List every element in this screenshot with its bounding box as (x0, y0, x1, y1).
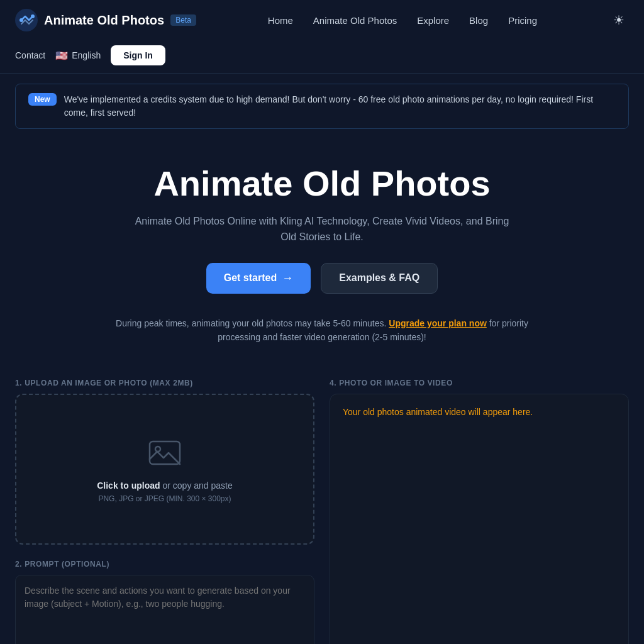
language-label: English (72, 50, 101, 60)
video-placeholder: Your old photos animated video will appe… (343, 407, 533, 417)
flag-icon: 🇺🇸 (55, 50, 68, 62)
hero-buttons: Get started → Examples & FAQ (15, 263, 629, 294)
nav-pricing[interactable]: Pricing (508, 15, 537, 26)
upload-click-text: Click to upload or copy and paste (97, 480, 233, 491)
logo-icon (15, 9, 38, 31)
upload-label: 1. UPLOAD AN IMAGE OR PHOTO (MAX 2MB) (15, 379, 314, 387)
prompt-textarea[interactable] (15, 575, 314, 644)
video-label: 4. PHOTO OR IMAGE TO VIDEO (330, 379, 629, 387)
peak-notice: During peak times, animating your old ph… (102, 316, 542, 345)
nav-blog[interactable]: Blog (469, 15, 488, 26)
nav-explore[interactable]: Explore (417, 15, 449, 26)
upload-hint: PNG, JPG or JPEG (MIN. 300 × 300px) (98, 494, 231, 503)
sign-in-button[interactable]: Sign In (111, 45, 165, 65)
beta-badge: Beta (170, 14, 196, 26)
hero-section: Animate Old Photos Animate Old Photos On… (0, 139, 644, 364)
app-title: Animate Old Photos (44, 13, 164, 28)
sun-icon: ☀ (613, 13, 625, 28)
get-started-button[interactable]: Get started → (206, 263, 311, 294)
announcement-banner: New We've implemented a credits system d… (15, 84, 629, 129)
click-to-upload-strong: Click to upload (97, 480, 160, 491)
language-selector[interactable]: 🇺🇸 English (55, 50, 101, 62)
hero-title: Animate Old Photos (15, 164, 629, 203)
svg-point-0 (15, 9, 38, 31)
svg-point-4 (155, 447, 160, 452)
logo-area: Animate Old Photos Beta (15, 9, 196, 31)
nav-animate[interactable]: Animate Old Photos (313, 15, 397, 26)
right-panel: 4. PHOTO OR IMAGE TO VIDEO Your old phot… (330, 379, 629, 644)
upload-image-icon (147, 435, 182, 470)
arrow-icon: → (282, 272, 293, 285)
banner-text: We've implemented a credits system due t… (64, 93, 616, 119)
svg-point-1 (19, 18, 23, 22)
examples-faq-button[interactable]: Examples & FAQ (321, 263, 438, 294)
peak-text-before: During peak times, animating your old ph… (116, 318, 386, 328)
main-content: 1. UPLOAD AN IMAGE OR PHOTO (MAX 2MB) Cl… (0, 364, 644, 644)
nav-home[interactable]: Home (268, 15, 293, 26)
svg-point-2 (31, 14, 35, 18)
new-badge: New (28, 93, 57, 106)
theme-toggle-button[interactable]: ☀ (609, 10, 629, 30)
hero-subtitle: Animate Old Photos Online with Kling AI … (133, 213, 511, 245)
contact-link[interactable]: Contact (15, 50, 45, 60)
svg-rect-3 (150, 441, 180, 464)
prompt-label: 2. PROMPT (OPTIONAL) (15, 560, 314, 569)
upgrade-link[interactable]: Upgrade your plan now (389, 318, 487, 328)
video-output-area: Your old photos animated video will appe… (330, 394, 629, 644)
left-panel: 1. UPLOAD AN IMAGE OR PHOTO (MAX 2MB) Cl… (15, 379, 314, 644)
main-nav: Home Animate Old Photos Explore Blog Pri… (268, 15, 537, 26)
upload-dropzone[interactable]: Click to upload or copy and paste PNG, J… (15, 394, 314, 545)
